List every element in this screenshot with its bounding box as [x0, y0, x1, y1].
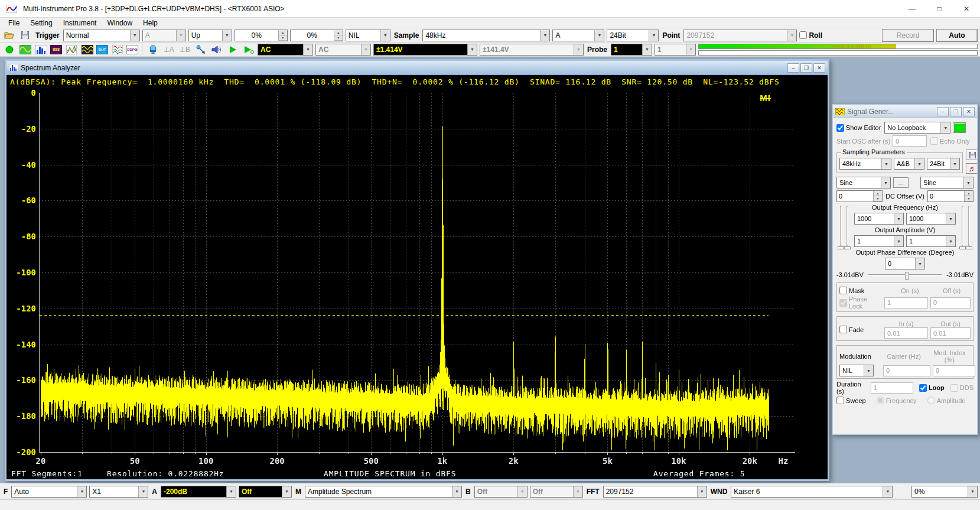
sample-rate-select[interactable]: 48kHz — [422, 30, 550, 41]
minimize-button[interactable]: — — [898, 0, 926, 18]
loopback-select[interactable]: No Loopback — [884, 122, 950, 134]
spectrum-minimize-button[interactable]: – — [787, 63, 799, 73]
probe-a-select[interactable]: 1 — [611, 44, 652, 56]
phase-lock-checkbox[interactable]: Phase Lock — [839, 295, 882, 310]
chevron-down-icon[interactable] — [380, 30, 390, 41]
siggen-music-note-icon[interactable]: ♬ — [966, 163, 977, 174]
menu-window[interactable]: Window — [102, 18, 137, 28]
fine-slider-handle[interactable] — [838, 246, 844, 249]
spectrum-titlebar[interactable]: Spectrum Analyzer – ❐ ✕ — [6, 61, 828, 75]
spectrum-3d-plot-icon[interactable] — [64, 44, 78, 56]
fade-out-input[interactable]: 0.01 — [930, 327, 971, 339]
view-mode-select[interactable]: Amplitude Spectrum — [305, 486, 462, 498]
chevron-down-icon[interactable] — [77, 486, 86, 497]
chevron-down-icon[interactable] — [686, 44, 695, 55]
show-editor-checkbox[interactable]: Show Editor — [836, 124, 881, 132]
fine-slider-track[interactable] — [962, 206, 963, 246]
spectrum-analyzer-icon[interactable] — [34, 44, 48, 56]
modulation-type-select[interactable]: NIL — [839, 365, 874, 376]
sample-bits-select[interactable]: 24Bit — [607, 30, 659, 41]
phase-select[interactable]: 0 — [885, 258, 925, 269]
chevron-down-icon[interactable] — [915, 258, 924, 269]
echo-only-checkbox[interactable]: Echo Only — [930, 137, 970, 145]
fine-slider-track[interactable] — [968, 206, 970, 246]
coupling-b-select[interactable]: AC — [315, 44, 371, 56]
window-function-select[interactable]: Kaiser 6 — [731, 486, 893, 498]
menu-instrument[interactable]: Instrument — [58, 18, 102, 28]
siggen-close-button[interactable]: ✕ — [963, 107, 975, 116]
close-button[interactable]: ✕ — [953, 0, 980, 18]
trigger-edge-select[interactable]: Up — [188, 30, 232, 41]
spectrum-plot[interactable]: MI FFT Segments:1 Resolution: 0.0228882H… — [6, 88, 828, 479]
maximize-button[interactable]: □ — [926, 0, 953, 18]
speaker-icon[interactable] — [210, 44, 223, 56]
chevron-down-icon[interactable] — [946, 213, 955, 224]
mask-on-input[interactable]: 1 — [884, 297, 928, 308]
range-b-select[interactable]: ±141.4V — [480, 44, 584, 56]
b-mode-select[interactable]: Off — [530, 486, 583, 498]
data-logger-icon[interactable] — [110, 44, 124, 56]
waveform-more-button[interactable]: ... — [893, 177, 909, 188]
fine-slider-handle[interactable] — [966, 246, 972, 249]
fine-slider-track[interactable] — [846, 206, 848, 246]
chevron-down-icon[interactable] — [649, 30, 658, 41]
chevron-down-icon[interactable] — [176, 30, 185, 41]
dc-offset-b-spinner[interactable]: 0▲▼ — [927, 190, 974, 202]
chevron-down-icon[interactable] — [787, 30, 796, 41]
trigger-delay-spinner[interactable]: 0%▲▼ — [290, 30, 343, 41]
auto-button[interactable]: Auto — [936, 29, 978, 42]
fine-slider-track[interactable] — [840, 206, 842, 246]
chevron-down-icon[interactable] — [222, 30, 232, 41]
spin-down-icon[interactable]: ▼ — [279, 35, 287, 41]
chevron-down-icon[interactable] — [881, 177, 890, 188]
open-icon[interactable] — [2, 30, 16, 41]
amplitude-a-select[interactable]: 1 — [854, 235, 904, 247]
spin-up-icon[interactable]: ▲ — [965, 191, 973, 196]
spin-up-icon[interactable]: ▲ — [279, 30, 287, 35]
chevron-down-icon[interactable] — [968, 486, 977, 497]
menu-setting[interactable]: Setting — [25, 18, 57, 28]
chevron-down-icon[interactable] — [517, 486, 527, 497]
chevron-down-icon[interactable] — [226, 486, 236, 497]
siggen-run-button[interactable] — [953, 122, 966, 133]
loop-checkbox[interactable]: Loop — [919, 384, 945, 392]
oscilloscope-icon[interactable] — [18, 44, 32, 56]
chevron-down-icon[interactable] — [138, 486, 148, 497]
record-button[interactable]: Record — [882, 29, 934, 42]
sample-channel-select[interactable]: A — [552, 30, 604, 41]
chevron-down-icon[interactable] — [950, 158, 959, 169]
chevron-down-icon[interactable] — [467, 44, 477, 55]
duration-input[interactable]: 1 — [871, 382, 913, 394]
mask-off-input[interactable]: 0 — [930, 297, 971, 308]
spin-up-icon[interactable]: ▲ — [874, 191, 882, 196]
run-stop-icon[interactable] — [2, 44, 16, 56]
spectrum-maximize-button[interactable]: ❐ — [800, 63, 812, 73]
waveform-b-select[interactable]: Sine — [920, 177, 974, 189]
trigger-level-spinner[interactable]: 0%▲▼ — [235, 30, 288, 41]
spectrum-close-button[interactable]: ✕ — [813, 63, 825, 73]
play-loop-icon[interactable] — [242, 44, 255, 56]
fft-size-select[interactable]: 2097152 — [603, 486, 707, 498]
frequency-a-select[interactable]: 1000 — [854, 213, 904, 225]
chevron-down-icon[interactable] — [963, 177, 973, 188]
zoom-select[interactable]: X1 — [89, 486, 148, 498]
amplitude-b-select[interactable]: 1 — [906, 235, 956, 247]
chevron-down-icon[interactable] — [940, 122, 950, 133]
chevron-down-icon[interactable] — [883, 486, 892, 497]
chevron-down-icon[interactable] — [303, 44, 312, 55]
chevron-down-icon[interactable] — [282, 486, 291, 497]
probe-calibration-icon[interactable] — [194, 44, 207, 56]
spin-up-icon[interactable]: ▲ — [334, 30, 343, 35]
chevron-down-icon[interactable] — [540, 30, 549, 41]
siggen-save-icon[interactable] — [966, 150, 977, 160]
probe-b-select[interactable]: 1 — [655, 44, 696, 56]
chevron-down-icon[interactable] — [864, 365, 873, 376]
siggen-titlebar[interactable]: Signal Gener... – ❐ ✕ — [833, 105, 977, 118]
chevron-down-icon[interactable] — [914, 158, 924, 169]
roll-checkbox[interactable]: Roll — [799, 31, 822, 40]
mod-index-input[interactable]: 0 — [933, 365, 975, 376]
siggen-maximize-button[interactable]: ❐ — [950, 107, 962, 116]
trigger-mode-select[interactable]: Normal — [63, 30, 140, 41]
range-a-select[interactable]: ±1.414V — [373, 44, 477, 56]
a-range-select[interactable]: -200dB — [161, 486, 236, 498]
